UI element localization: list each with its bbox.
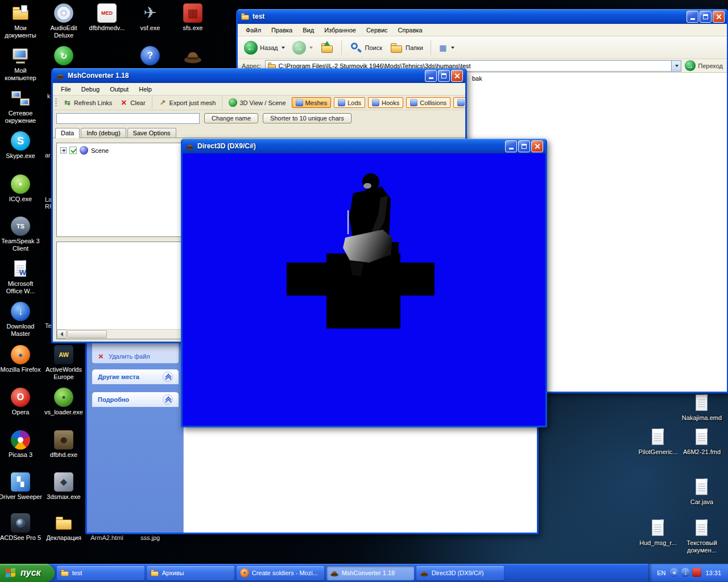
- desktop-icon[interactable]: Car.java: [681, 477, 722, 506]
- chevron-up-icon[interactable]: [163, 394, 173, 405]
- details-header[interactable]: Подробно: [92, 392, 179, 407]
- forward-button[interactable]: →: [291, 40, 315, 56]
- desktop-icon[interactable]: MEDdfbhdmedv...: [86, 3, 127, 32]
- titlebar[interactable]: test: [238, 9, 727, 24]
- taskbar-button[interactable]: Direct3D (DX9/C#): [416, 566, 504, 580]
- name-input[interactable]: [56, 113, 200, 124]
- close-button[interactable]: [531, 140, 543, 152]
- menu-item[interactable]: Сервис: [362, 25, 392, 35]
- toolbar-grip[interactable]: [55, 98, 57, 107]
- refresh-links-button[interactable]: ⇆Refresh Links: [60, 97, 115, 108]
- language-indicator[interactable]: EN: [657, 569, 665, 576]
- menu-item[interactable]: File: [56, 84, 76, 94]
- desktop-icon[interactable]: ↻: [43, 46, 84, 67]
- 3d-viewport[interactable]: [183, 153, 545, 426]
- address-dropdown-button[interactable]: [671, 61, 681, 71]
- desktop-icon[interactable]: [172, 46, 213, 67]
- toggle-hooks[interactable]: Hooks: [368, 97, 403, 108]
- go-button[interactable]: → Переход: [685, 60, 723, 71]
- maximize-button[interactable]: [438, 70, 450, 82]
- desktop-icon[interactable]: Picasa 3: [0, 430, 41, 459]
- search-button[interactable]: Поиск: [348, 40, 384, 56]
- menu-item[interactable]: Справка: [394, 25, 427, 35]
- desktop-icon[interactable]: Nakajima.emd: [681, 393, 722, 422]
- back-button[interactable]: ← Назад: [242, 40, 287, 56]
- menu-item[interactable]: Help: [134, 84, 156, 94]
- start-button[interactable]: пуск: [0, 564, 55, 582]
- taskbar-button[interactable]: test: [57, 566, 144, 580]
- hide-tray[interactable]: «: [669, 568, 679, 578]
- taskbar-button[interactable]: MshConverter 1.18: [326, 566, 414, 580]
- desktop-icon[interactable]: ●vs_loader.exe: [43, 388, 84, 416]
- scroll-left-button[interactable]: [57, 330, 67, 339]
- shorter-button[interactable]: Shorter to 10 unique chars: [263, 113, 351, 123]
- desktop-icon[interactable]: ↓Download Master: [0, 302, 41, 337]
- desktop-icon[interactable]: TSTeamSpeak 3 Client: [0, 217, 41, 252]
- desktop-icon[interactable]: AWActiveWorlds Europe: [43, 345, 84, 380]
- expand-plus-icon[interactable]: [60, 147, 67, 153]
- scroll-thumb[interactable]: [67, 330, 107, 338]
- menu-item[interactable]: Debug: [77, 84, 104, 94]
- maximize-button[interactable]: [700, 11, 712, 23]
- desktop-icon[interactable]: AudioEdit Deluxe: [43, 3, 84, 39]
- titlebar[interactable]: Direct3D (DX9/C#): [183, 139, 545, 153]
- other-places-header[interactable]: Другие места: [92, 369, 179, 384]
- minimize-button[interactable]: [425, 70, 437, 82]
- toggle-lods[interactable]: Lods: [334, 97, 365, 108]
- desktop-icon[interactable]: ☻dfbhd.exe: [43, 430, 84, 459]
- folders-button[interactable]: Папки: [388, 40, 425, 56]
- toggle-collisions[interactable]: Collisions: [406, 97, 450, 108]
- tab-data[interactable]: Data: [55, 128, 80, 138]
- taskbar-button[interactable]: Архивы: [147, 566, 234, 580]
- download-tray[interactable]: ↓: [681, 568, 690, 578]
- menu-item[interactable]: Output: [105, 84, 133, 94]
- close-button[interactable]: [451, 70, 463, 82]
- close-button[interactable]: [713, 11, 725, 23]
- up-button[interactable]: [318, 40, 336, 56]
- desktop-icon[interactable]: ▦sfs.exe: [172, 3, 213, 32]
- desktop-icon[interactable]: PilotGeneric...: [638, 427, 679, 456]
- toggle-shadows[interactable]: Shadows: [453, 97, 465, 108]
- desktop-icon[interactable]: ✈vsf.exe: [130, 3, 171, 32]
- export-just-mesh-button[interactable]: ↗Export just mesh: [156, 97, 219, 108]
- maximize-button[interactable]: [518, 140, 530, 152]
- desktop-icon[interactable]: SSkype.exe: [0, 131, 41, 160]
- desktop-icon[interactable]: ▚Driver Sweeper: [0, 472, 41, 501]
- menu-item[interactable]: Файл: [241, 25, 266, 35]
- 3d-view-scene-button[interactable]: 3D View / Scene: [226, 97, 288, 108]
- views-button[interactable]: ▦: [437, 42, 456, 53]
- desktop-icon[interactable]: A6M2-21.fmd: [681, 427, 722, 456]
- icon-glyph: ↓: [681, 568, 690, 577]
- desktop-icon[interactable]: WMicrosoft Office W...: [0, 259, 41, 294]
- desktop-icon[interactable]: ?: [130, 46, 171, 67]
- change-name-button[interactable]: Change name: [204, 113, 258, 123]
- desktop-icon[interactable]: ●ICQ.exe: [0, 174, 41, 203]
- minimize-button[interactable]: [686, 11, 698, 23]
- desktop-icon[interactable]: Текстовый докумен...: [681, 518, 722, 554]
- desktop-icon[interactable]: Мои документы: [0, 3, 41, 39]
- desktop-icon[interactable]: OOpera: [0, 388, 41, 416]
- file-item[interactable]: bak: [472, 75, 482, 82]
- desktop-icon[interactable]: Декларация: [43, 513, 84, 542]
- desktop-icon[interactable]: Сетевое окружение: [0, 89, 41, 124]
- menu-item[interactable]: Избранное: [320, 25, 361, 35]
- icon-glyph: →: [292, 41, 306, 55]
- minimize-button[interactable]: [505, 140, 517, 152]
- desktop-icon[interactable]: Hud_msg_r...: [638, 518, 679, 547]
- menu-item[interactable]: Вид: [298, 25, 318, 35]
- desktop-icon[interactable]: Мой компьютер: [0, 46, 41, 81]
- toggle-meshes[interactable]: Meshes: [292, 97, 332, 108]
- scene-checkbox[interactable]: [69, 147, 77, 154]
- titlebar[interactable]: MshConverter 1.18: [53, 68, 465, 83]
- chevron-up-icon[interactable]: [163, 372, 173, 382]
- desktop-icon[interactable]: ●Mozilla Firefox: [0, 345, 41, 373]
- menu-item[interactable]: Правка: [267, 25, 297, 35]
- clear-button[interactable]: ×Clear: [117, 97, 148, 108]
- antivirus-tray[interactable]: [692, 568, 701, 578]
- desktop-icon[interactable]: ◆3dsmax.exe: [43, 472, 84, 501]
- delete-file-task[interactable]: × Удалить файл: [97, 352, 174, 360]
- taskbar-button[interactable]: ●Create soldiers - Mozi...: [237, 566, 324, 580]
- tab-info-debug-[interactable]: Info (debug): [81, 128, 126, 138]
- desktop-icon[interactable]: ACDSee Pro 5: [0, 513, 41, 542]
- tab-save-options[interactable]: Save Options: [127, 128, 176, 138]
